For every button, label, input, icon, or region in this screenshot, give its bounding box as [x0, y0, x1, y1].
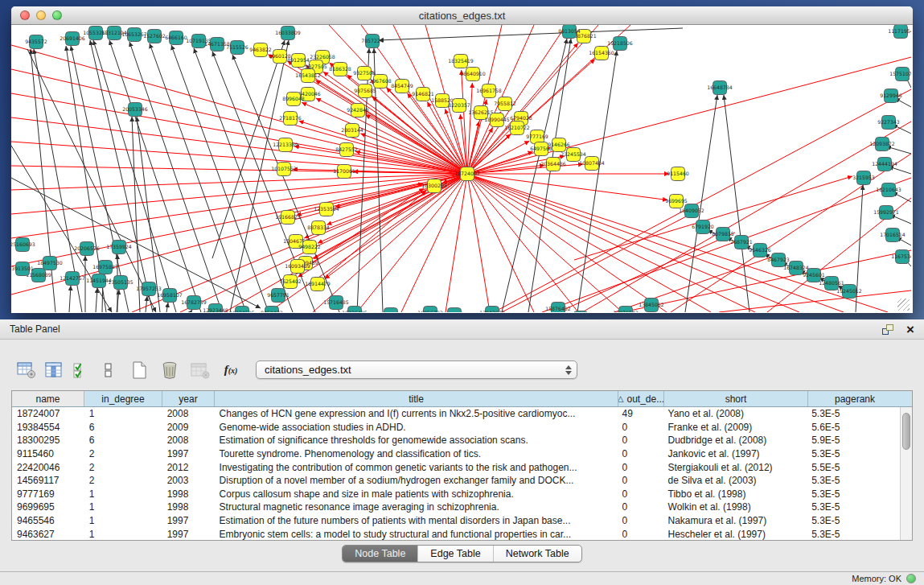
- svg-text:8079815: 8079815: [712, 231, 734, 237]
- svg-text:13505135: 13505135: [108, 279, 133, 285]
- svg-text:9463822: 9463822: [249, 47, 272, 52]
- svg-text:19245012: 19245012: [836, 288, 862, 294]
- table-row[interactable]: 1872400712008Changes of HCN gene express…: [12, 407, 900, 421]
- table-row[interactable]: 946554611997Estimation of the future num…: [12, 514, 900, 528]
- svg-text:9435572: 9435572: [25, 39, 47, 44]
- row-options-icon[interactable]: [98, 360, 119, 380]
- svg-text:10234505: 10234505: [229, 310, 255, 312]
- new-table-icon[interactable]: [129, 360, 150, 380]
- vertical-scrollbar[interactable]: [900, 407, 912, 540]
- svg-text:16210643: 16210643: [876, 187, 901, 192]
- float-panel-icon[interactable]: [882, 324, 893, 335]
- svg-text:9699695: 9699695: [665, 198, 688, 204]
- svg-text:16154360: 16154360: [589, 50, 614, 56]
- svg-text:7515526: 7515526: [226, 44, 248, 50]
- svg-text:9546326: 9546326: [749, 247, 771, 253]
- table-mode-icon[interactable]: [16, 360, 37, 380]
- svg-text:9242848: 9242848: [347, 107, 369, 113]
- table-cell: Changes of HCN gene expression and I(f) …: [215, 408, 618, 419]
- table-selector-value: citations_edges.txt: [265, 364, 351, 376]
- table-cell: 0: [618, 448, 663, 459]
- table-cell: 2008: [162, 408, 215, 419]
- column-header-title[interactable]: title: [215, 391, 618, 406]
- svg-text:20206576: 20206576: [74, 245, 100, 251]
- column-header-year[interactable]: year: [162, 391, 215, 406]
- table-cell: 5.3E-5: [807, 475, 900, 486]
- table-row[interactable]: 1938455462009Genome-wide association stu…: [12, 421, 900, 435]
- scrollbar-thumb[interactable]: [902, 413, 910, 450]
- network-window: citations_edges.txt 94638228960128891295…: [11, 6, 913, 313]
- table-cell: 14569117: [12, 475, 84, 486]
- select-all-icon[interactable]: [71, 360, 92, 380]
- svg-text:2718176: 2718176: [279, 115, 302, 121]
- table-cell: Franke et al. (2009): [663, 422, 807, 433]
- table-row[interactable]: 946362711997Embryonic stem cells: a mode…: [12, 527, 900, 541]
- network-window-titlebar[interactable]: citations_edges.txt: [11, 6, 913, 25]
- table-cell: 1998: [162, 501, 215, 513]
- column-header-short[interactable]: short: [664, 391, 808, 406]
- svg-text:6497568: 6497568: [530, 146, 552, 151]
- function-builder-icon[interactable]: f(x): [220, 360, 241, 380]
- table-cell: 18724007: [12, 408, 84, 419]
- graph-node[interactable]: [574, 311, 588, 313]
- table-cell: 6: [84, 435, 162, 446]
- column-header-out_de[interactable]: △out_de...: [618, 391, 664, 406]
- table-cell: Hescheler et al. (1997): [663, 529, 807, 540]
- column-header-in_degree[interactable]: in_degree: [84, 391, 162, 406]
- svg-text:16975887: 16975887: [92, 264, 118, 270]
- table-row[interactable]: 977716911998Corpus callosum shape and si…: [12, 488, 900, 501]
- tab-edge-table[interactable]: Edge Table: [417, 546, 492, 562]
- svg-text:6794028: 6794028: [510, 115, 532, 121]
- table-cell: 6: [84, 422, 162, 433]
- table-cell: 1: [84, 488, 162, 500]
- network-canvas[interactable]: 9463822896012889129542322605893275051654…: [11, 25, 911, 312]
- resize-grip-icon[interactable]: [897, 299, 910, 311]
- table-cell: 5.3E-5: [807, 501, 900, 513]
- memory-status-icon: [906, 574, 916, 583]
- table-cell: Structural magnetic resonance image aver…: [215, 501, 618, 513]
- table-cell: de Silva et al. (2003): [663, 475, 807, 486]
- table-cell: 0: [618, 462, 663, 473]
- table-cell: 2008: [162, 435, 215, 446]
- table-body: 1872400712008Changes of HCN gene express…: [12, 407, 900, 540]
- svg-text:16543812: 16543812: [295, 72, 321, 78]
- column-header-name[interactable]: name: [12, 391, 84, 406]
- svg-text:12042670: 12042670: [479, 310, 505, 312]
- svg-text:9560281: 9560281: [443, 311, 466, 312]
- svg-text:12444194: 12444194: [872, 161, 897, 167]
- svg-text:6791920: 6791920: [692, 224, 714, 229]
- tab-node-table[interactable]: Node Table: [343, 546, 417, 562]
- svg-text:9657791: 9657791: [267, 292, 290, 298]
- table-panel: Table Panel × f(x) citations_edge: [0, 319, 924, 585]
- table-cell: 1997: [162, 529, 215, 540]
- dropdown-stepper-icon: [565, 365, 572, 375]
- table-cell: Tibbo et al. (1998): [663, 488, 807, 500]
- svg-text:16648784: 16648784: [707, 84, 733, 90]
- svg-text:9327508: 9327508: [353, 70, 376, 76]
- tab-network-table[interactable]: Network Table: [493, 546, 581, 562]
- table-cell: Corpus callosum shape and size in male p…: [215, 488, 618, 500]
- citation-network-graph[interactable]: 9463822896012889129542322605893275051654…: [11, 25, 911, 312]
- svg-text:20053346: 20053346: [122, 106, 148, 112]
- svg-text:15716485: 15716485: [323, 299, 349, 305]
- delete-table-icon[interactable]: [159, 360, 180, 380]
- svg-text:18325419: 18325419: [448, 58, 474, 64]
- svg-text:7955812: 7955812: [494, 101, 516, 106]
- table-cell: 5.3E-5: [807, 408, 900, 419]
- table-row[interactable]: 1456911722003Disruption of a novel membe…: [12, 474, 900, 488]
- table-row[interactable]: 969969511998Structural magnetic resonanc…: [12, 501, 900, 514]
- svg-text:16961758: 16961758: [476, 88, 502, 93]
- svg-text:18990445: 18990445: [484, 117, 510, 122]
- table-selector-dropdown[interactable]: citations_edges.txt: [256, 360, 577, 379]
- table-row[interactable]: 911546021997Tourette syndrome. Phenomeno…: [12, 447, 900, 461]
- svg-text:10807484: 10807484: [579, 160, 605, 166]
- show-columns-icon[interactable]: [43, 360, 64, 380]
- column-header-pagerank[interactable]: pagerank: [808, 391, 901, 406]
- table-panel-header: Table Panel ×: [0, 319, 924, 340]
- table-cell: 1: [84, 515, 162, 526]
- table-row[interactable]: 2242004622012Investigating the contribut…: [12, 460, 900, 474]
- svg-text:12480561: 12480561: [819, 280, 844, 286]
- import-table-icon[interactable]: [190, 360, 211, 380]
- table-row[interactable]: 1830029562008Estimation of significance …: [12, 434, 900, 447]
- close-panel-icon[interactable]: ×: [906, 323, 914, 336]
